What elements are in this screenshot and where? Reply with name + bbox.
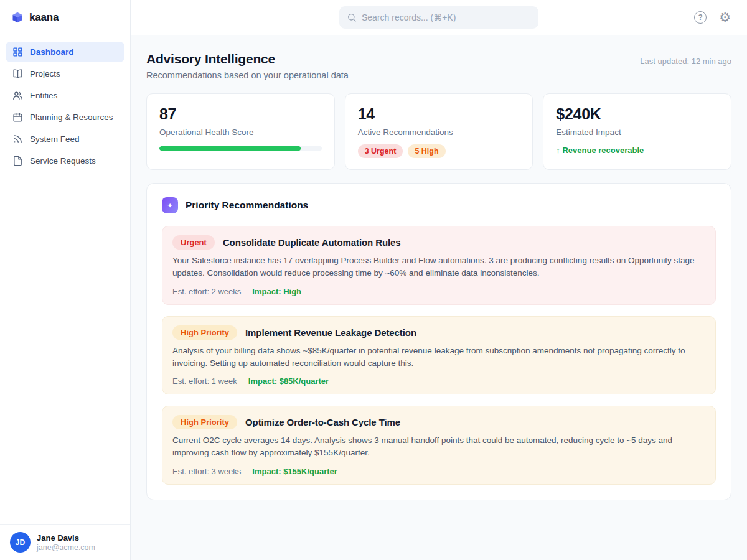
- sidebar-item-label: Planning & Resources: [30, 113, 113, 122]
- severity-badge: Urgent: [172, 235, 215, 250]
- stat-value: 14: [358, 105, 520, 123]
- page-header: Advisory Intelligence Recommendations ba…: [146, 52, 731, 80]
- search-icon: [347, 12, 357, 22]
- user-name: Jane Davis: [37, 533, 95, 543]
- effort-estimate: Est. effort: 3 weeks: [172, 467, 241, 476]
- users-icon: [12, 90, 23, 101]
- help-icon[interactable]: ?: [694, 11, 707, 24]
- stat-card-active-recommendations: 14 Active Recommendations 3 Urgent 5 Hig…: [345, 93, 533, 170]
- health-progress-fill: [159, 146, 301, 151]
- topbar: ? ⚙: [131, 0, 747, 35]
- recommendation-description: Your Salesforce instance has 17 overlapp…: [172, 254, 705, 280]
- user-email: jane@acme.com: [37, 543, 95, 552]
- recommendation-title: Optimize Order-to-Cash Cycle Time: [245, 417, 400, 427]
- gear-icon[interactable]: ⚙: [719, 11, 731, 24]
- brand-name: kaana: [29, 11, 59, 24]
- search-box[interactable]: [339, 6, 538, 29]
- file-icon: [12, 156, 23, 166]
- calendar-icon: [12, 112, 23, 123]
- sidebar-item-label: Projects: [30, 69, 60, 78]
- sidebar-nav: Dashboard Projects Entities Planning & R…: [0, 35, 130, 524]
- recommendation-title: Implement Revenue Leakage Detection: [245, 327, 416, 338]
- stat-card-estimated-impact: $240K Estimated Impact ↑ Revenue recover…: [543, 93, 731, 170]
- panel-header: ✦ Priority Recommendations: [162, 197, 716, 213]
- recommendation-description: Current O2C cycle averages 14 days. Anal…: [172, 434, 705, 460]
- sidebar-item-planning-resources[interactable]: Planning & Resources: [6, 107, 125, 128]
- severity-badge: High Priority: [172, 415, 237, 429]
- brand-cube-icon: [11, 11, 24, 24]
- book-icon: [12, 68, 23, 79]
- high-count-badge: 5 High: [408, 144, 445, 158]
- brand: kaana: [0, 0, 130, 35]
- impact-estimate: Impact: $155K/quarter: [252, 467, 337, 476]
- stats-row: 87 Operational Health Score 14 Active Re…: [146, 93, 731, 170]
- effort-estimate: Est. effort: 2 weeks: [172, 287, 241, 296]
- sidebar: kaana Dashboard Projects Entities Planni…: [0, 0, 131, 560]
- sidebar-item-entities[interactable]: Entities: [6, 85, 125, 106]
- content-area: Advisory Intelligence Recommendations ba…: [131, 35, 747, 560]
- sidebar-item-label: Service Requests: [30, 156, 96, 166]
- effort-estimate: Est. effort: 1 week: [172, 376, 237, 386]
- impact-estimate: Impact: $85K/quarter: [248, 376, 329, 386]
- sidebar-item-system-feed[interactable]: System Feed: [6, 129, 125, 149]
- urgent-count-badge: 3 Urgent: [358, 144, 403, 158]
- stat-label: Active Recommendations: [358, 128, 520, 137]
- page-title: Advisory Intelligence: [146, 52, 349, 67]
- sidebar-item-label: Dashboard: [30, 47, 74, 57]
- rss-icon: [12, 134, 23, 144]
- sidebar-item-label: Entities: [30, 91, 57, 100]
- avatar: JD: [10, 532, 31, 553]
- grid-icon: [12, 47, 23, 57]
- health-progress-track: [159, 146, 322, 151]
- stat-value: $240K: [556, 105, 718, 123]
- severity-badge: High Priority: [172, 325, 237, 340]
- recommendation-title: Consolidate Duplicate Automation Rules: [223, 237, 401, 248]
- last-updated: Last updated: 12 min ago: [640, 57, 731, 66]
- recommendation-card[interactable]: High Priority Optimize Order-to-Cash Cyc…: [162, 406, 716, 485]
- recommendation-description: Analysis of your billing data shows ~$85…: [172, 345, 705, 370]
- sidebar-item-service-requests[interactable]: Service Requests: [6, 151, 125, 171]
- recommendation-card[interactable]: High Priority Implement Revenue Leakage …: [162, 316, 716, 395]
- revenue-recoverable-note: ↑ Revenue recoverable: [556, 146, 718, 155]
- stat-label: Estimated Impact: [556, 128, 718, 137]
- search-input[interactable]: [362, 12, 531, 22]
- sidebar-item-projects[interactable]: Projects: [6, 63, 125, 84]
- panel-title: Priority Recommendations: [186, 200, 308, 211]
- sidebar-item-label: System Feed: [30, 134, 80, 144]
- priority-recommendations-panel: ✦ Priority Recommendations Urgent Consol…: [146, 183, 731, 500]
- stat-label: Operational Health Score: [159, 128, 322, 137]
- stat-card-health-score: 87 Operational Health Score: [146, 93, 335, 170]
- recommendation-card[interactable]: Urgent Consolidate Duplicate Automation …: [162, 226, 716, 305]
- page-subtitle: Recommendations based on your operationa…: [146, 70, 349, 80]
- user-profile[interactable]: JD Jane Davis jane@acme.com: [0, 524, 130, 560]
- impact-estimate: Impact: High: [252, 287, 301, 296]
- sidebar-item-dashboard[interactable]: Dashboard: [6, 42, 125, 62]
- sparkle-icon: ✦: [162, 197, 178, 213]
- main-column: ? ⚙ Advisory Intelligence Recommendation…: [131, 0, 747, 560]
- stat-value: 87: [159, 105, 322, 123]
